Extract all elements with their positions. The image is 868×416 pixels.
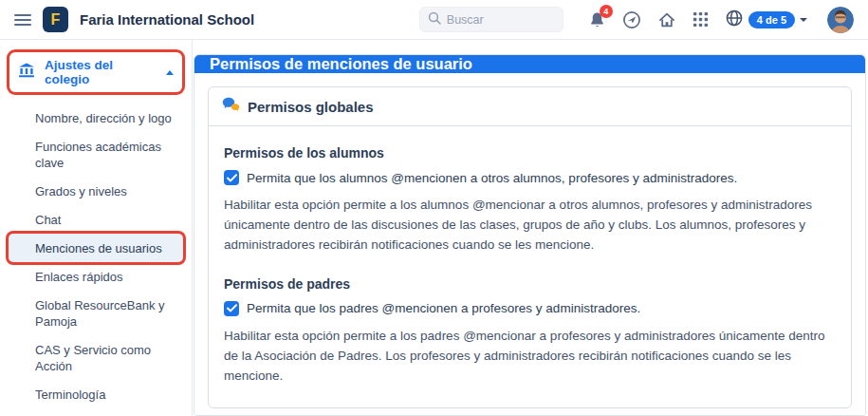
license-count-badge: 4 de 5 — [748, 11, 795, 28]
parents-permissions-heading: Permisos de padres — [224, 276, 836, 292]
topbar: F Faria International School 4 — [0, 0, 868, 40]
sidebar-item-terminologia[interactable]: Terminología — [9, 380, 183, 408]
school-logo: F — [43, 7, 68, 32]
sidebar-item-menciones-usuarios[interactable]: Menciones de usuarios — [9, 234, 183, 262]
sidebar-item-enlaces-rapidos[interactable]: Enlaces rápidos — [9, 262, 183, 291]
home-icon[interactable] — [657, 10, 676, 29]
sidebar-item-cas-servicio[interactable]: CAS y Servicio como Acción — [9, 335, 183, 380]
students-mention-checkbox-label[interactable]: Permita que los alumnos @mencionen a otr… — [247, 171, 737, 185]
sidebar-section-label: Ajustes del colegio — [45, 58, 157, 86]
students-permissions-description: Habilitar esta opción permite a los alum… — [224, 196, 836, 255]
notifications-bell-icon[interactable]: 4 — [588, 10, 606, 29]
panel-header: Permisos de menciones de usuario — [194, 55, 865, 73]
sidebar-menu: Nombre, dirección y logo Funciones acadé… — [0, 104, 192, 416]
parents-mention-checkbox-label[interactable]: Permita que los padres @mencionen a prof… — [247, 301, 640, 315]
search-icon — [428, 11, 441, 28]
students-mention-checkbox[interactable] — [224, 170, 239, 185]
settings-sidebar: Ajustes del colegio Nombre, dirección y … — [0, 40, 193, 416]
chevron-up-icon — [166, 70, 174, 75]
chevron-down-icon — [800, 18, 807, 22]
sidebar-section-school-settings[interactable]: Ajustes del colegio — [9, 52, 182, 92]
mention-permissions-panel: Permisos de menciones de usuario Permiso… — [194, 54, 866, 416]
card-header: Permisos globales — [209, 87, 851, 126]
sidebar-item-nombre-direccion-logo[interactable]: Nombre, dirección y logo — [9, 104, 183, 132]
main-area: Permisos de menciones de usuario Permiso… — [193, 40, 868, 416]
sidebar-item-grados-niveles[interactable]: Grados y niveles — [9, 177, 183, 205]
card-body: Permisos de los alumnos Permita que los … — [209, 126, 851, 407]
school-name: Faria International School — [80, 11, 254, 28]
institution-icon — [18, 63, 35, 82]
messenger-icon[interactable] — [622, 10, 641, 29]
search-input[interactable] — [447, 13, 555, 27]
sidebar-item-personalizacion[interactable]: Personalización — [9, 408, 183, 416]
card-title: Permisos globales — [248, 99, 374, 115]
parents-mention-checkbox[interactable] — [224, 301, 239, 316]
parents-permissions-description: Habilitar esta opción permite a los padr… — [224, 327, 836, 387]
chat-bubbles-icon — [222, 97, 240, 116]
sidebar-item-funciones-academicas[interactable]: Funciones académicas clave — [9, 132, 183, 177]
search-box[interactable] — [419, 7, 563, 32]
apps-grid-icon[interactable] — [693, 11, 709, 28]
students-mention-checkbox-row[interactable]: Permita que los alumnos @mencionen a otr… — [224, 170, 836, 185]
global-permissions-card: Permisos globales Permisos de los alumno… — [208, 86, 852, 408]
panel-body: Permisos globales Permisos de los alumno… — [194, 73, 865, 416]
sidebar-item-chat[interactable]: Chat — [9, 205, 183, 234]
license-switcher[interactable]: 4 de 5 — [725, 9, 807, 31]
user-avatar[interactable] — [827, 7, 854, 33]
parents-mention-checkbox-row[interactable]: Permita que los padres @mencionen a prof… — [224, 301, 836, 316]
students-permissions-heading: Permisos de los alumnos — [224, 145, 836, 161]
sidebar-item-resourcebank-pamoja[interactable]: Global ResourceBank y Pamoja — [9, 291, 183, 335]
notification-count-badge: 4 — [600, 5, 613, 18]
page-title: Permisos de menciones de usuario — [210, 55, 472, 73]
globe-icon — [725, 9, 744, 31]
hamburger-menu-icon[interactable] — [14, 14, 31, 26]
